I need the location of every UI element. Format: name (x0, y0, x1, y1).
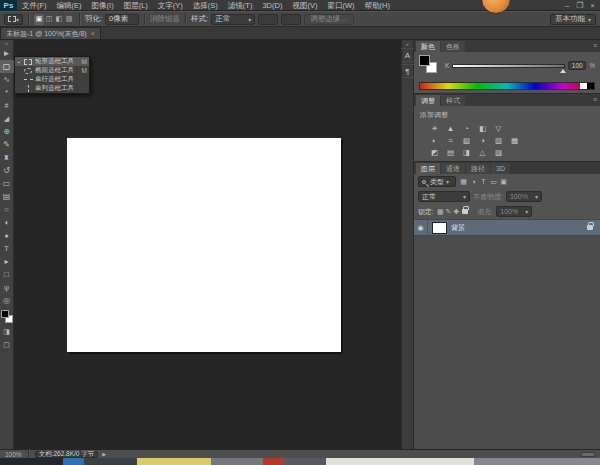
toolbox-collapse-icon[interactable]: » (5, 40, 8, 47)
tool-button[interactable]: ▸ (0, 255, 14, 268)
canvas-area[interactable]: ▪ 矩形选框工具 M 椭圆选框工具 M 单行选框工具 单列选框工具 (14, 40, 401, 449)
adjustment-icon[interactable]: ▽ (493, 123, 504, 133)
taskbar-app-segment[interactable] (474, 458, 600, 465)
zoom-level-field[interactable]: 100% (5, 451, 22, 458)
style-dropdown[interactable]: 正常 ▾ (211, 14, 255, 25)
lock-all-icon[interactable] (462, 209, 468, 214)
tool-button[interactable]: ♜ (0, 151, 14, 164)
taskbar-app-segment[interactable] (137, 458, 211, 465)
refine-edge-button[interactable]: 调整边缘… (304, 14, 354, 25)
tool-preset-picker[interactable]: ▾ (4, 14, 23, 25)
tool-button[interactable]: ↺ (0, 164, 14, 177)
screen-mode-button[interactable]: ▢ (0, 338, 14, 351)
tab-color[interactable]: 颜色 (416, 41, 440, 52)
feather-input[interactable]: 0像素 (105, 14, 139, 25)
tool-button[interactable]: □ (0, 268, 14, 281)
layers-group-tab[interactable]: 3D (491, 163, 510, 174)
layer-filter-icon[interactable]: T (479, 177, 488, 187)
taskbar-app-segment[interactable] (211, 458, 264, 465)
taskbar-app-segment[interactable] (0, 458, 63, 465)
workspace-switcher[interactable]: 基本功能 ▾ (550, 14, 596, 25)
menu-item[interactable]: 编辑(E) (52, 0, 87, 11)
status-expand-icon[interactable]: ▶ (102, 451, 106, 457)
taskbar-app-segment[interactable] (63, 458, 84, 465)
taskbar-app-segment[interactable] (263, 458, 284, 465)
color-spectrum-ramp[interactable] (419, 82, 595, 90)
flyout-menu-item[interactable]: ▪ 矩形选框工具 M (15, 57, 89, 66)
adjustment-icon[interactable]: ▲ (445, 123, 456, 133)
taskbar-app-segment[interactable] (84, 458, 137, 465)
adjustment-icon[interactable]: △ (477, 147, 488, 157)
adjustment-icon[interactable]: ◧ (477, 123, 488, 133)
tool-button[interactable]: ⊕ (0, 125, 14, 138)
flyout-menu-item[interactable]: 单列选框工具 (15, 84, 89, 93)
tool-button[interactable]: ○ (0, 203, 14, 216)
tool-button[interactable]: ✎ (0, 138, 14, 151)
menu-item[interactable]: 3D(D) (257, 0, 287, 11)
menu-item[interactable]: 文件(F) (17, 0, 52, 11)
selection-mode-button[interactable]: ◧ (54, 14, 64, 25)
menu-item[interactable]: 视图(V) (287, 0, 322, 11)
color-swatches[interactable] (0, 309, 14, 325)
tool-button[interactable]: ◖ (0, 216, 14, 229)
panel-color-swatches[interactable] (419, 55, 439, 75)
quick-mask-button[interactable]: ◨ (0, 325, 14, 338)
layer-filter-icon[interactable]: ◑ (469, 177, 478, 187)
layers-group-tab[interactable]: 图层 (416, 163, 440, 174)
layer-filter-icon[interactable]: ▣ (499, 177, 508, 187)
adjustment-icon[interactable]: ▥ (493, 135, 504, 145)
adjustment-icon[interactable]: ▦ (509, 135, 520, 145)
menu-item[interactable]: 滤镜(T) (223, 0, 258, 11)
black-swatch[interactable] (587, 83, 594, 89)
layer-filter-icon[interactable]: ▭ (489, 177, 498, 187)
tab-adjustments[interactable]: 调整 (416, 95, 440, 106)
layers-group-tab[interactable]: 通道 (441, 163, 465, 174)
adjustment-icon[interactable]: ◑ (477, 135, 488, 145)
antialias-checkbox[interactable]: 消除锯齿 (150, 14, 180, 24)
adjustment-icon[interactable]: ▧ (461, 135, 472, 145)
menu-item[interactable]: 窗口(W) (322, 0, 359, 11)
tool-button[interactable]: ▭ (0, 177, 14, 190)
tool-button[interactable]: ◎ (0, 294, 14, 307)
menu-item[interactable]: 图像(I) (87, 0, 119, 11)
lock-option-icon[interactable]: ✎ (446, 208, 452, 216)
lock-option-icon[interactable]: ▩ (437, 208, 444, 216)
tab-swatches[interactable]: 色板 (441, 41, 465, 52)
lock-option-icon[interactable]: ✚ (453, 208, 459, 216)
adjustment-icon[interactable]: ◩ (429, 147, 440, 157)
expand-panels-icon[interactable]: « (406, 40, 409, 48)
adjustment-icon[interactable]: ☀ (429, 123, 440, 133)
tool-button[interactable]: # (0, 99, 14, 112)
menu-item[interactable]: 选择(S) (188, 0, 223, 11)
adjustment-icon[interactable]: ◐ (429, 135, 440, 145)
adjustment-icon[interactable]: ◔ (461, 123, 472, 133)
adjustment-icon[interactable]: ≈ (445, 135, 456, 145)
tool-button[interactable]: ♠ (0, 229, 14, 242)
menu-item[interactable]: 文字(Y) (153, 0, 188, 11)
panel-menu-icon[interactable]: ≡ (590, 40, 600, 52)
minimize-button[interactable]: – (565, 0, 569, 11)
tool-button[interactable]: ∿ (0, 73, 14, 86)
flyout-menu-item[interactable]: 椭圆选框工具 M (15, 66, 89, 75)
tool-button[interactable]: ◢ (0, 112, 14, 125)
layer-filter-dropdown[interactable]: 类型 ▾ (418, 176, 456, 187)
document-canvas[interactable] (67, 138, 341, 352)
layer-filter-icon[interactable]: ▦ (459, 177, 468, 187)
character-panel-button[interactable]: A (401, 48, 414, 62)
foreground-color-swatch[interactable] (419, 55, 430, 66)
restore-button[interactable]: ❐ (576, 0, 583, 11)
foreground-color-swatch[interactable] (1, 310, 9, 318)
flyout-menu-item[interactable]: 单行选框工具 (15, 75, 89, 84)
document-tab[interactable]: 未标题-1 @ 100%(灰色/8) × (0, 27, 101, 39)
tool-button[interactable]: ► (0, 47, 14, 60)
layer-visibility-toggle[interactable]: ◉ (414, 220, 428, 235)
opacity-dropdown[interactable]: 100% ▾ (506, 191, 542, 202)
blend-mode-dropdown[interactable]: 正常 ▾ (418, 191, 470, 202)
adjustment-icon[interactable]: ◨ (461, 147, 472, 157)
tool-button[interactable]: T (0, 242, 14, 255)
tool-button[interactable]: ▢ (0, 60, 14, 73)
taskbar-app-segment[interactable] (326, 458, 473, 465)
paragraph-panel-button[interactable]: ¶ (401, 64, 414, 78)
adjustment-icon[interactable]: ▤ (445, 147, 456, 157)
tool-button[interactable]: ▤ (0, 190, 14, 203)
